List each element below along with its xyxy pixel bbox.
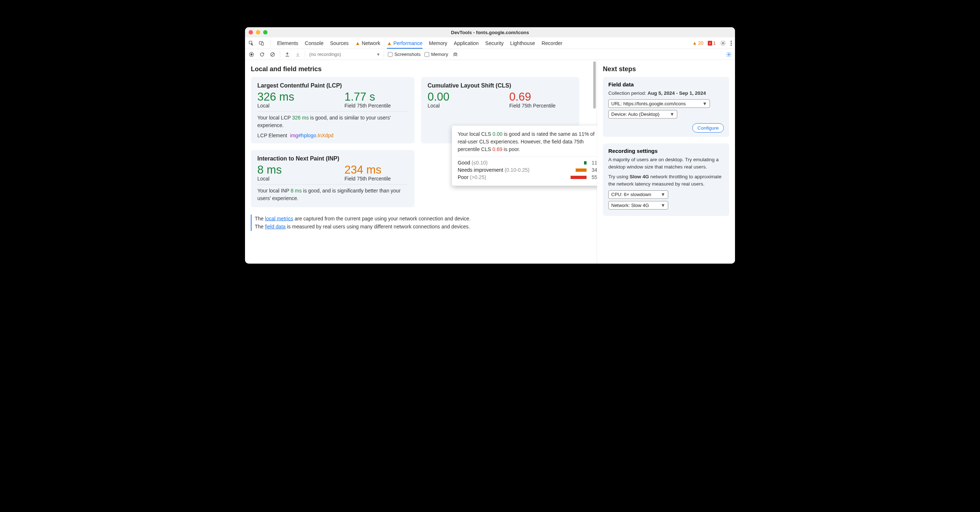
inspect-icon[interactable] bbox=[248, 40, 255, 46]
warnings-count[interactable]: ▲ 20 bbox=[692, 40, 703, 46]
devtools-window: DevTools - fonts.google.com/icons Elemen… bbox=[245, 27, 735, 264]
caret-down-icon: ▼ bbox=[660, 192, 665, 198]
svg-point-5 bbox=[731, 43, 732, 43]
field-data-title: Field data bbox=[608, 81, 724, 88]
main-heading: Local and field metrics bbox=[251, 65, 591, 73]
memory-checkbox[interactable]: Memory bbox=[425, 51, 448, 57]
cls-tooltip-text: Your local CLS 0.00 is good and is rated… bbox=[458, 130, 597, 153]
checkbox-icon bbox=[425, 52, 430, 57]
local-metrics-link[interactable]: local metrics bbox=[265, 216, 293, 222]
record-button[interactable] bbox=[248, 51, 255, 58]
tab-memory[interactable]: Memory bbox=[429, 38, 447, 49]
caret-down-icon: ▾ bbox=[377, 51, 380, 57]
lcp-title: Largest Contentful Paint (LCP) bbox=[257, 82, 408, 89]
collect-garbage-icon[interactable] bbox=[452, 51, 459, 58]
cls-distribution: Good (≤0.10) 11% Needs improvement (0.10… bbox=[458, 156, 597, 181]
checkbox-icon bbox=[388, 52, 392, 57]
network-select[interactable]: Network: Slow 4G ▼ bbox=[608, 201, 668, 209]
inp-description: Your local INP 8 ms is good, and is sign… bbox=[257, 187, 408, 202]
lcp-field-label: Field 75th Percentile bbox=[344, 103, 408, 109]
cls-title: Cumulative Layout Shift (CLS) bbox=[428, 82, 573, 89]
devtools-tabbar: Elements Console Sources ▲ Network ▲ Per… bbox=[245, 37, 735, 49]
main-panel: Local and field metrics Largest Contentf… bbox=[245, 60, 597, 264]
recset-text-1: A majority of users are on desktop. Try … bbox=[608, 156, 724, 171]
configure-button[interactable]: Configure bbox=[692, 123, 724, 132]
tab-application[interactable]: Application bbox=[454, 38, 478, 49]
titlebar: DevTools - fonts.google.com/icons bbox=[245, 27, 735, 37]
tab-sources[interactable]: Sources bbox=[330, 38, 348, 49]
collection-period: Collection period: Aug 5, 2024 - Sep 1, … bbox=[608, 89, 724, 97]
device-select[interactable]: Device: Auto (Desktop) ▼ bbox=[608, 110, 677, 119]
recording-settings-title: Recording settings bbox=[608, 148, 724, 154]
svg-point-3 bbox=[722, 43, 724, 44]
inp-title: Interaction to Next Paint (INP) bbox=[257, 155, 408, 162]
dist-row-good: Good (≤0.10) 11% bbox=[458, 160, 597, 167]
cls-field-label: Field 75th Percentile bbox=[509, 103, 573, 109]
tab-performance[interactable]: ▲ Performance bbox=[387, 38, 423, 49]
traffic-lights bbox=[249, 30, 267, 35]
tab-security[interactable]: Security bbox=[485, 38, 504, 49]
lcp-card: Largest Contentful Paint (LCP) 326 ms Lo… bbox=[251, 77, 415, 144]
tab-console[interactable]: Console bbox=[305, 38, 323, 49]
caret-down-icon: ▼ bbox=[670, 112, 675, 117]
lcp-element[interactable]: LCP Element img#hplogo.lnXdpd bbox=[257, 132, 408, 138]
reload-record-button[interactable] bbox=[259, 51, 265, 58]
bar-icon bbox=[584, 161, 587, 164]
lcp-local-label: Local bbox=[257, 103, 294, 109]
side-panel: Next steps Field data Collection period:… bbox=[597, 60, 735, 264]
field-data-card: Field data Collection period: Aug 5, 202… bbox=[603, 77, 729, 137]
tab-elements[interactable]: Elements bbox=[277, 38, 298, 49]
warning-icon: ▲ bbox=[387, 40, 392, 46]
side-heading: Next steps bbox=[603, 65, 729, 73]
error-icon: × bbox=[708, 41, 712, 45]
cls-local-label: Local bbox=[428, 103, 449, 109]
inp-local-label: Local bbox=[257, 176, 282, 182]
clear-button[interactable] bbox=[269, 51, 276, 58]
bar-icon bbox=[571, 176, 587, 179]
svg-point-8 bbox=[250, 53, 253, 56]
caret-down-icon: ▼ bbox=[660, 202, 665, 208]
recordings-dropdown[interactable]: (no recordings) ▾ bbox=[309, 51, 380, 57]
panel-settings-icon[interactable] bbox=[726, 51, 732, 57]
errors-count[interactable]: × 1 bbox=[708, 40, 716, 46]
lcp-description: Your local LCP 326 ms is good, and is si… bbox=[257, 114, 408, 129]
device-toggle-icon[interactable] bbox=[258, 40, 265, 46]
svg-point-4 bbox=[731, 41, 732, 42]
scrollbar[interactable] bbox=[593, 61, 596, 108]
cpu-select[interactable]: CPU: 6× slowdown ▼ bbox=[608, 190, 668, 199]
warning-icon: ▲ bbox=[692, 40, 697, 46]
kebab-menu-icon[interactable] bbox=[730, 40, 732, 46]
download-icon[interactable] bbox=[295, 51, 301, 58]
dist-row-needs-improvement: Needs improvement (0.10-0.25) 34% bbox=[458, 167, 597, 174]
settings-icon[interactable] bbox=[720, 40, 726, 46]
bar-icon bbox=[576, 169, 587, 172]
inp-field-label: Field 75th Percentile bbox=[344, 176, 408, 182]
close-window-button[interactable] bbox=[249, 30, 253, 35]
inp-card: Interaction to Next Paint (INP) 8 ms Loc… bbox=[251, 150, 415, 207]
cls-tooltip: Your local CLS 0.00 is good and is rated… bbox=[452, 126, 597, 186]
svg-point-10 bbox=[728, 54, 730, 55]
tab-list: Elements Console Sources ▲ Network ▲ Per… bbox=[274, 38, 563, 49]
svg-point-6 bbox=[731, 44, 732, 45]
inp-local-value: 8 ms bbox=[257, 164, 282, 176]
screenshots-checkbox[interactable]: Screenshots bbox=[388, 51, 420, 57]
info-block: The local metrics are captured from the … bbox=[251, 215, 591, 231]
svg-rect-2 bbox=[262, 42, 264, 45]
dist-row-poor: Poor (>0.25) 55% bbox=[458, 174, 597, 181]
lcp-local-value: 326 ms bbox=[257, 91, 294, 103]
panel-body: Local and field metrics Largest Contentf… bbox=[245, 60, 735, 264]
window-title: DevTools - fonts.google.com/icons bbox=[245, 29, 735, 35]
caret-down-icon: ▼ bbox=[702, 100, 707, 106]
tab-network[interactable]: ▲ Network bbox=[355, 38, 380, 49]
tab-recorder[interactable]: Recorder bbox=[541, 38, 563, 49]
field-data-link[interactable]: field data bbox=[265, 224, 286, 230]
performance-toolbar: (no recordings) ▾ Screenshots Memory bbox=[245, 49, 735, 60]
warning-icon: ▲ bbox=[355, 40, 360, 46]
zoom-window-button[interactable] bbox=[263, 30, 267, 35]
tab-lighthouse[interactable]: Lighthouse bbox=[510, 38, 535, 49]
upload-icon[interactable] bbox=[284, 51, 291, 58]
lcp-field-value: 1.77 s bbox=[344, 91, 408, 103]
cls-local-value: 0.00 bbox=[428, 91, 449, 103]
minimize-window-button[interactable] bbox=[256, 30, 260, 35]
url-select[interactable]: URL: https://fonts.google.com/icons ▼ bbox=[608, 99, 710, 108]
